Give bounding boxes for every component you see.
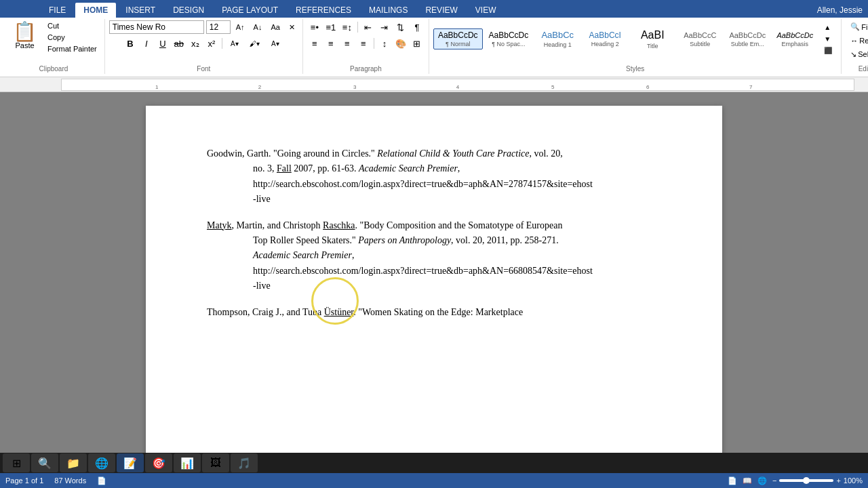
para-thompson: Thompson, Craig J., and Tuba Üstüner. "W… [207,305,661,320]
find-icon: 🔍 [850,22,860,31]
style-subtitle[interactable]: AaBbCcC Subtitle [677,28,723,49]
style-normal[interactable]: AaBbCcDc ¶ Normal [433,28,483,50]
font-name-input[interactable] [109,20,204,34]
underline-button[interactable]: U [155,37,170,50]
status-bar: Page 1 of 1 87 Words 📄 📄 📖 🌐 − + 100% [0,473,868,488]
paragraph-group: ≡• ≡1 ≡↕ ⇤ ⇥ ⇅ ¶ ≡ ≡ ≡ ≡ ↕ 🎨 [303,19,429,74]
increase-indent-button[interactable]: ⇥ [377,20,392,34]
tab-mailings[interactable]: MAILINGS [361,3,416,18]
para-matyk-live: -live [207,279,661,293]
editing-label: Editing [859,64,868,73]
taskbar-start[interactable]: ⊞ [3,453,30,472]
multilevel-button[interactable]: ≡↕ [340,20,355,34]
ribbon-tabs: FILE HOME INSERT DESIGN PAGE LAYOUT REFE… [0,0,868,18]
styles-scroll-up[interactable]: ▲ [821,22,835,33]
ruler-bar: 1 2 3 4 5 6 7 [61,79,854,91]
language: 📄 [97,476,106,485]
zoom-control[interactable]: − + 100% [772,476,863,485]
tab-references[interactable]: REFERENCES [288,3,359,18]
font-color-button[interactable]: A▾ [266,37,285,50]
ribbon: FILE HOME INSERT DESIGN PAGE LAYOUT REFE… [0,0,868,77]
document-text[interactable]: Goodwin, Garth. "Going around in Circles… [207,146,661,320]
find-button[interactable]: 🔍 Find [846,20,868,33]
replace-icon: ↔ [850,37,858,45]
view-print[interactable]: 📄 [728,476,737,485]
taskbar-app4[interactable]: 🎵 [231,453,258,472]
grow-font-button[interactable]: A↑ [233,21,248,33]
view-web[interactable]: 🌐 [757,476,767,485]
style-title[interactable]: AaBI Title [629,26,675,52]
taskbar-explorer[interactable]: 📁 [60,453,87,472]
tab-home[interactable]: HOME [75,3,116,18]
shrink-font-button[interactable]: A↓ [250,21,266,33]
font-size-input[interactable] [206,20,231,34]
taskbar: ⊞ 🔍 📁 🌐 📝 🎯 📊 🖼 🎵 [0,453,868,473]
view-read[interactable]: 📖 [743,476,752,485]
taskbar-app2[interactable]: 📊 [174,453,201,472]
strikethrough-button[interactable]: ab [172,37,186,50]
borders-button[interactable]: ⊞ [410,37,425,50]
tab-design[interactable]: DESIGN [165,3,212,18]
para-matyk-url: http://search.ebscohost.com/login.aspx?d… [207,264,661,279]
italic-button[interactable]: I [139,37,154,50]
align-left-button[interactable]: ≡ [307,37,322,50]
tab-view[interactable]: VIEW [467,3,505,18]
change-case-button[interactable]: Aa [267,21,283,33]
style-subtle-em[interactable]: AaBbCcDc Subtle Em... [724,28,770,49]
styles-scroll-down[interactable]: ▼ [821,33,835,45]
zoom-slider[interactable] [779,479,833,482]
tab-file[interactable]: FILE [41,3,74,18]
superscript-button[interactable]: x² [204,37,219,50]
para-goodwin-url: http://search.ebscohost.com/login.aspx?d… [207,177,661,192]
para-matyk: Matyk, Martin, and Christoph Raschka. "B… [207,218,661,233]
bullets-button[interactable]: ≡• [307,20,322,34]
style-no-space[interactable]: AaBbCcDc ¶ No Spac... [484,28,534,50]
line-spacing-button[interactable]: ↕ [377,37,392,50]
user-name: Allen, Jessie [812,3,868,18]
shading-para-button[interactable]: 🎨 [393,37,408,50]
para-matyk-3: Academic Search Premier, [207,248,661,263]
paste-button[interactable]: 📋 Paste [7,20,43,54]
taskbar-app3[interactable]: 🖼 [202,453,229,472]
subscript-button[interactable]: x₂ [188,37,203,50]
style-emphasis[interactable]: AaBbCcDc Emphasis [772,28,818,49]
font-label: Font [197,64,210,73]
taskbar-word[interactable]: 📝 [117,453,144,472]
align-right-button[interactable]: ≡ [340,37,355,50]
replace-button[interactable]: ↔ Replace [846,35,868,47]
document-area: Goodwin, Garth. "Going around in Circles… [0,92,868,470]
align-center-button[interactable]: ≡ [323,37,338,50]
text-highlight-button[interactable]: A▾ [225,37,244,50]
cut-button[interactable]: Cut [44,20,100,31]
shading-button[interactable]: 🖌▾ [245,37,264,50]
editing-group: 🔍 Find ↔ Replace ↘ Select ▾ Editing [842,19,868,74]
taskbar-app1[interactable]: 🎯 [145,453,172,472]
styles-more[interactable]: ⬛ [821,45,835,56]
style-heading2[interactable]: AaBbCcI Heading 2 [582,28,628,50]
tab-review[interactable]: REVIEW [417,3,465,18]
zoom-in[interactable]: + [836,476,840,485]
copy-button[interactable]: Copy [44,32,100,43]
decrease-indent-button[interactable]: ⇤ [361,20,376,34]
para-goodwin-2: no. 3, Fall 2007, pp. 61-63. Academic Se… [207,161,661,176]
sort-button[interactable]: ⇅ [393,20,408,34]
tab-page-layout[interactable]: PAGE LAYOUT [214,3,286,18]
show-marks-button[interactable]: ¶ [410,20,425,34]
styles-label: Styles [626,64,644,73]
taskbar-browser[interactable]: 🌐 [88,453,115,472]
bold-button[interactable]: B [123,37,138,50]
select-button[interactable]: ↘ Select ▾ [846,48,868,61]
clear-format-button[interactable]: ✕ [285,21,298,34]
document-page[interactable]: Goodwin, Garth. "Going around in Circles… [146,106,722,470]
numbering-button[interactable]: ≡1 [323,20,338,34]
style-heading1[interactable]: AaBbCc Heading 1 [534,28,580,50]
para-matyk-2: Top Roller Speed Skaters." Papers on Ant… [207,233,661,248]
clipboard-group: 📋 Paste Cut Copy Format Painter Clipboar… [3,19,105,74]
taskbar-search[interactable]: 🔍 [31,453,58,472]
clipboard-label: Clipboard [39,64,68,73]
format-painter-button[interactable]: Format Painter [44,43,100,54]
paragraph-label: Paragraph [350,64,382,73]
tab-insert[interactable]: INSERT [117,3,163,18]
zoom-out[interactable]: − [772,476,776,485]
justify-button[interactable]: ≡ [356,37,371,50]
